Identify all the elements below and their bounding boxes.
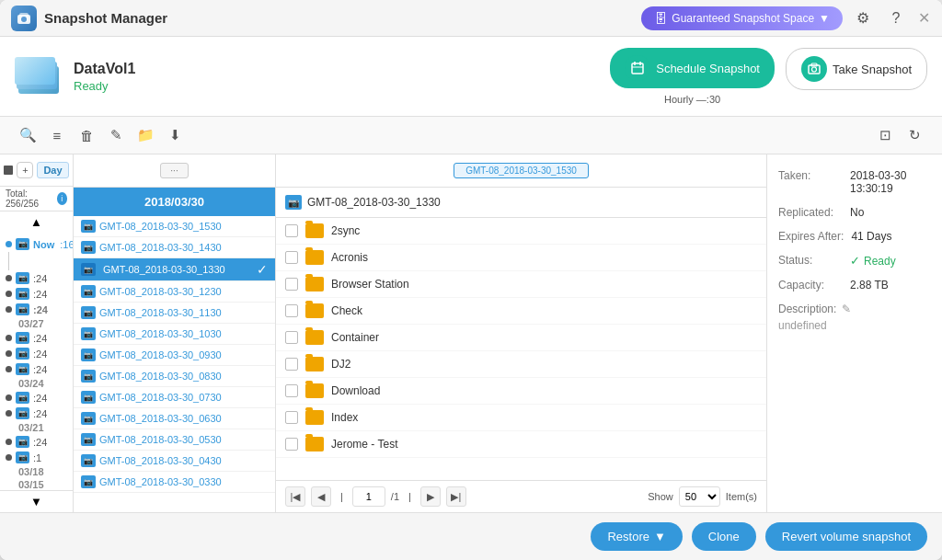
folder-button[interactable]: 📁 <box>132 122 158 148</box>
timeline-scroll[interactable]: 📷 Now :16 📷 :24 📷 :24 <box>0 233 73 490</box>
description-label: Description: <box>778 303 836 315</box>
timeline-down-arrow[interactable]: ▼ <box>0 490 73 512</box>
info-icon[interactable]: i <box>57 192 67 205</box>
snap-icon: 📷 <box>81 241 96 254</box>
volume-name: DataVol1 <box>74 61 135 77</box>
close-button[interactable]: ✕ <box>916 11 931 26</box>
file-name-1: Acronis <box>331 251 368 264</box>
tl-item-2: 📷 :24 <box>0 286 73 302</box>
file-list[interactable]: 2sync Acronis Browser Station Check <box>276 218 766 480</box>
file-checkbox-0[interactable] <box>285 224 298 237</box>
delete-button[interactable]: 🗑 <box>74 122 99 148</box>
prev-page-button[interactable]: ◀ <box>311 486 331 507</box>
snapshot-item-9[interactable]: 📷 GMT-08_2018-03-30_0630 <box>74 408 275 429</box>
items-per-page-select[interactable]: 50 100 <box>679 486 720 507</box>
file-checkbox-5[interactable] <box>285 358 298 371</box>
snap-icon: 📷 <box>81 349 96 361</box>
snapshot-item-6[interactable]: 📷 GMT-08_2018-03-30_0930 <box>74 345 275 366</box>
description-section: Description: ✎ undefined <box>778 303 931 332</box>
snapshot-item-4[interactable]: 📷 GMT-08_2018-03-30_1130 <box>74 303 275 324</box>
file-item-2[interactable]: Browser Station <box>276 271 766 298</box>
file-item-0[interactable]: 2sync <box>276 218 766 245</box>
snapshot-item-5[interactable]: 📷 GMT-08_2018-03-30_1030 <box>74 324 275 345</box>
database-icon: 🗄 <box>654 11 667 26</box>
file-checkbox-2[interactable] <box>285 278 298 291</box>
file-item-3[interactable]: Check <box>276 298 766 325</box>
svg-rect-3 <box>632 63 643 74</box>
show-label: Show <box>648 491 673 502</box>
file-item-4[interactable]: Container <box>276 325 766 351</box>
file-checkbox-7[interactable] <box>285 411 298 424</box>
settings-button[interactable]: ⚙ <box>850 6 876 31</box>
snapshot-item-3[interactable]: 📷 GMT-08_2018-03-30_1230 <box>74 281 275 303</box>
refresh-button[interactable]: ↻ <box>902 122 927 148</box>
revert-button[interactable]: Revert volume snapshot <box>765 522 927 551</box>
svg-point-8 <box>811 67 816 72</box>
folder-icon-6 <box>305 383 324 398</box>
edit-button[interactable]: ✎ <box>103 122 129 148</box>
snapshot-item-0[interactable]: 📷 GMT-08_2018-03-30_1530 <box>74 216 275 237</box>
tl-snap-icon: 📷 <box>16 436 29 448</box>
guaranteed-label: Guaranteed Snapshot Space <box>672 12 814 25</box>
file-checkbox-6[interactable] <box>285 384 298 397</box>
replicated-row: Replicated: No <box>778 206 931 219</box>
snapshot-item-1[interactable]: 📷 GMT-08_2018-03-30_1430 <box>74 237 275 258</box>
tl-item-4: 📷 :24 <box>0 346 73 361</box>
refresh-icon: ↻ <box>909 127 921 143</box>
next-page-button[interactable]: ▶ <box>420 486 441 507</box>
tl-snap-icon: 📷 <box>16 451 29 463</box>
replicated-value: No <box>850 206 864 219</box>
folder-icon-4 <box>305 330 324 345</box>
settings-icon: ⚙ <box>856 9 869 27</box>
tl-dot <box>6 410 12 417</box>
file-item-8[interactable]: Jerome - Test <box>276 431 766 458</box>
schedule-snapshot-button[interactable]: Schedule Snapshot <box>610 48 775 88</box>
file-checkbox-4[interactable] <box>285 331 298 344</box>
description-edit-icon[interactable]: ✎ <box>842 303 851 315</box>
guaranteed-snapshot-space-button[interactable]: 🗄 Guaranteed Snapshot Space ▼ <box>641 6 843 30</box>
taken-label: Taken: <box>778 169 843 195</box>
header-actions: Schedule Snapshot Hourly —:30 Take Snaps… <box>610 48 927 105</box>
tl-dot <box>6 275 12 281</box>
svg-point-2 <box>21 17 27 22</box>
timeline-add-button[interactable]: + <box>17 162 33 178</box>
snap-name-2: GMT-08_2018-03-30_1330 <box>103 264 225 275</box>
tl-snap-icon: 📷 <box>16 407 29 419</box>
restore-button[interactable]: Restore ▼ <box>591 522 682 551</box>
day-badge[interactable]: Day <box>37 162 68 178</box>
snap-name-5: GMT-08_2018-03-30_1030 <box>99 328 222 339</box>
file-checkbox-3[interactable] <box>285 304 298 317</box>
file-item-5[interactable]: DJ2 <box>276 351 766 378</box>
snapshot-list-scroll[interactable]: 📷 GMT-08_2018-03-30_1530 📷 GMT-08_2018-0… <box>74 216 275 512</box>
snapshot-item-10[interactable]: 📷 GMT-08_2018-03-30_0530 <box>74 429 275 451</box>
window-button[interactable]: ⊡ <box>872 122 898 148</box>
snapshot-item-11[interactable]: 📷 GMT-08_2018-03-30_0430 <box>74 451 275 472</box>
tl-item-8: 📷 :24 <box>0 434 73 450</box>
file-item-1[interactable]: Acronis <box>276 245 766 271</box>
file-checkbox-1[interactable] <box>285 251 298 264</box>
clone-button[interactable]: Clone <box>692 522 756 551</box>
list-view-button[interactable]: ≡ <box>44 122 70 148</box>
help-button[interactable]: ? <box>883 6 909 31</box>
file-item-6[interactable]: Download <box>276 378 766 405</box>
snapshot-item-7[interactable]: 📷 GMT-08_2018-03-30_0830 <box>74 366 275 387</box>
schedule-action-group: Schedule Snapshot Hourly —:30 <box>610 48 775 105</box>
page-input[interactable] <box>352 486 385 507</box>
timeline-total: Total: 256/256 i <box>0 187 73 211</box>
take-snapshot-button[interactable]: Take Snapshot <box>786 48 927 90</box>
download-button[interactable]: ⬇ <box>162 122 188 148</box>
file-checkbox-8[interactable] <box>285 438 298 451</box>
tl-snap-icon: 📷 <box>16 392 29 404</box>
file-item-7[interactable]: Index <box>276 405 766 431</box>
last-page-button[interactable]: ▶| <box>446 486 466 507</box>
snapshot-item-2[interactable]: 📷 GMT-08_2018-03-30_1330 ✓ <box>74 258 275 281</box>
snapshot-item-8[interactable]: 📷 GMT-08_2018-03-30_0730 <box>74 387 275 408</box>
snapshot-item-12[interactable]: 📷 GMT-08_2018-03-30_0330 <box>74 472 275 493</box>
search-button[interactable]: 🔍 <box>15 122 40 148</box>
first-page-button[interactable]: |◀ <box>285 486 305 507</box>
timeline-up-arrow[interactable]: ▲ <box>0 211 73 233</box>
file-name-0: 2sync <box>331 224 360 237</box>
snap-name-7: GMT-08_2018-03-30_0830 <box>99 371 222 382</box>
tl-snap-icon: 📷 <box>16 363 29 375</box>
snap-icon: 📷 <box>81 306 96 319</box>
